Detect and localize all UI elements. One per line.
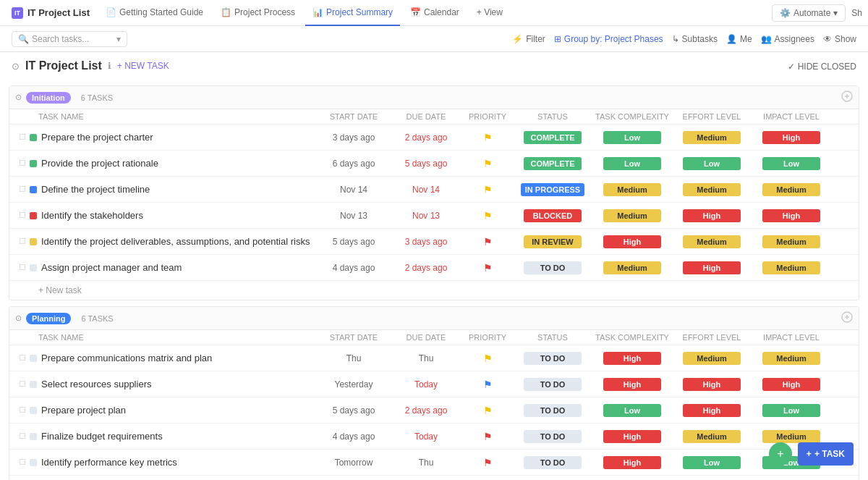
task-row[interactable]: ☐ Provide the project rationale 6 days a… — [9, 151, 859, 177]
subtasks-icon: ↳ — [672, 34, 679, 44]
task-due-date: Nov 13 — [390, 211, 462, 221]
task-color-dot — [30, 381, 37, 388]
task-complexity-badge: Medium — [592, 261, 672, 274]
task-row[interactable]: ☐ Prepare project plan 5 days ago 2 days… — [9, 397, 859, 424]
section-badge: Planning — [26, 313, 71, 324]
task-checkbox[interactable]: ☐ — [15, 431, 30, 441]
col-header-complexity: TASK COMPLEXITY — [592, 112, 672, 121]
task-start-date: 4 days ago — [318, 431, 390, 442]
task-priority-flag: ⚑ — [462, 353, 513, 364]
task-effort-badge: High — [672, 261, 752, 274]
task-row[interactable]: ☐ Prepare communications matrix and plan… — [9, 345, 859, 371]
filter-button[interactable]: ⚡ Filter — [512, 34, 545, 44]
task-checkbox[interactable]: ☐ — [15, 159, 30, 168]
task-row[interactable]: ☐ Identify performance key metrics Tomor… — [9, 450, 859, 476]
me-icon: 👤 — [726, 34, 737, 44]
new-task-link[interactable]: + New task — [9, 281, 859, 300]
task-checkbox[interactable]: ☐ — [15, 263, 30, 272]
task-name-text: Identify the stakeholders — [41, 210, 318, 221]
second-navigation: 🔍 Search tasks... ▾ ⚡ Filter ⊞ Group by:… — [0, 26, 868, 52]
task-complexity-badge: High — [592, 235, 672, 248]
subtasks-button[interactable]: ↳ Subtasks — [672, 34, 718, 44]
tab-calendar[interactable]: 📅 Calendar — [403, 0, 467, 26]
task-complexity-badge: High — [592, 352, 672, 365]
group-by-button[interactable]: ⊞ Group by: Project Phases — [554, 34, 663, 44]
task-impact-badge: Medium — [752, 183, 831, 196]
task-due-date: Today — [390, 431, 462, 442]
task-priority-flag: ⚑ — [462, 210, 513, 222]
task-row[interactable]: ☐ Finalize budget requirements 4 days ag… — [9, 424, 859, 450]
fab-container: + + + TASK — [769, 442, 854, 466]
new-task-button[interactable]: + NEW TASK — [117, 61, 169, 71]
info-icon[interactable]: ℹ — [108, 61, 111, 71]
task-complexity-badge: Medium — [592, 209, 672, 222]
task-checkbox[interactable]: ☐ — [15, 458, 30, 467]
task-checkbox[interactable]: ☐ — [15, 353, 30, 363]
col-header-task: TASK NAME — [15, 333, 318, 342]
task-status-badge: IN REVIEW — [513, 235, 592, 248]
add-task-button[interactable]: + + TASK — [798, 442, 854, 466]
tab-project-summary[interactable]: 📊 Project Summary — [305, 0, 400, 26]
assignees-button[interactable]: 👥 Assignees — [761, 34, 814, 44]
assignees-icon: 👥 — [761, 34, 772, 44]
task-complexity-badge: Low — [592, 404, 672, 417]
fab-green-button[interactable]: + — [769, 442, 792, 466]
section-collapse-icon[interactable]: ⊙ — [15, 93, 22, 102]
hide-closed-button[interactable]: ✓ HIDE CLOSED — [788, 61, 856, 72]
task-row[interactable]: ☐ Identify the project deliverables, ass… — [9, 229, 859, 255]
task-row[interactable]: ☐ Prepare change management plan Wed Wed… — [9, 476, 859, 480]
task-due-date: 2 days ago — [390, 263, 462, 273]
task-name-text: Select resources suppliers — [41, 379, 318, 390]
task-checkbox[interactable]: ☐ — [15, 132, 30, 142]
task-color-dot — [30, 238, 37, 245]
task-name-text: Identify the project deliverables, assum… — [41, 236, 318, 247]
collapse-icon[interactable]: ⊙ — [12, 61, 20, 72]
task-start-date: 5 days ago — [318, 405, 390, 416]
task-status-badge: TO DO — [513, 404, 592, 417]
section-add-icon[interactable] — [841, 311, 853, 325]
col-header-status: STATUS — [513, 112, 592, 121]
automate-button[interactable]: ⚙️ Automate ▾ — [772, 4, 846, 22]
task-name-text: Finalize budget requirements — [41, 431, 318, 442]
task-row[interactable]: ☐ Identify the stakeholders Nov 13 Nov 1… — [9, 203, 859, 229]
task-complexity-badge: Medium — [592, 183, 672, 196]
task-name-text: Prepare communications matrix and plan — [41, 353, 318, 363]
task-due-date: 2 days ago — [390, 132, 462, 143]
chevron-down-icon: ▾ — [116, 34, 121, 44]
task-row[interactable]: ☐ Select resources suppliers Yesterday T… — [9, 371, 859, 397]
task-row[interactable]: ☐ Assign project manager and team 4 days… — [9, 255, 859, 281]
search-box[interactable]: 🔍 Search tasks... ▾ — [12, 31, 127, 47]
task-effort-badge: Medium — [672, 183, 752, 196]
task-status-badge: BLOCKED — [513, 209, 592, 222]
task-checkbox[interactable]: ☐ — [15, 211, 30, 220]
task-row[interactable]: ☐ Prepare the project charter 3 days ago… — [9, 125, 859, 151]
app-logo[interactable]: IT IT Project List — [6, 7, 95, 19]
show-button[interactable]: 👁 Show — [823, 34, 856, 44]
task-checkbox[interactable]: ☐ — [15, 379, 30, 389]
top-navigation: IT IT Project List 📄 Getting Started Gui… — [0, 0, 868, 26]
task-start-date: Tomorrow — [318, 458, 390, 468]
task-impact-badge: Low — [752, 157, 831, 170]
task-color-dot — [30, 459, 37, 466]
tab-add-view[interactable]: + View — [469, 0, 510, 26]
task-checkbox[interactable]: ☐ — [15, 405, 30, 415]
task-checkbox[interactable]: ☐ — [15, 237, 30, 246]
chevron-down-icon: ▾ — [833, 8, 838, 18]
col-header-status: STATUS — [513, 333, 592, 342]
me-button[interactable]: 👤 Me — [726, 34, 752, 44]
task-priority-flag: ⚑ — [462, 405, 513, 416]
task-name-text: Prepare the project charter — [41, 132, 318, 143]
task-impact-badge: Medium — [752, 430, 831, 443]
task-color-dot — [30, 134, 37, 141]
share-icon[interactable]: Sh — [851, 8, 862, 18]
section-collapse-icon[interactable]: ⊙ — [15, 313, 22, 323]
task-name-text: Prepare project plan — [41, 405, 318, 416]
tab-getting-started[interactable]: 📄 Getting Started Guide — [98, 0, 210, 26]
task-effort-badge: Medium — [672, 352, 752, 365]
section-add-icon[interactable] — [841, 90, 853, 104]
tab-project-process[interactable]: 📋 Project Process — [213, 0, 302, 26]
section-badge: Initiation — [26, 92, 71, 104]
section-count: 6 TASKS — [81, 314, 113, 323]
task-checkbox[interactable]: ☐ — [15, 185, 30, 194]
task-row[interactable]: ☐ Define the project timeline Nov 14 Nov… — [9, 177, 859, 203]
